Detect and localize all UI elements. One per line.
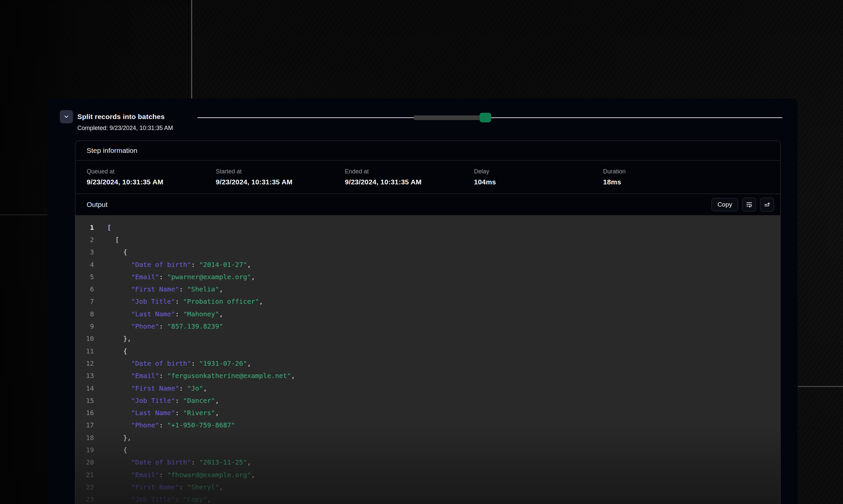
- info-field-value: 104ms: [474, 178, 603, 186]
- step-title: Split records into batches: [77, 113, 165, 121]
- line-number: 5: [75, 273, 94, 281]
- code-line-content: [: [94, 223, 111, 231]
- info-field: Queued at9/23/2024, 10:31:35 AM: [87, 168, 216, 186]
- line-number: 9: [75, 322, 94, 330]
- code-line-content: },: [94, 434, 131, 442]
- code-line-content: "Last Name": "Mahoney",: [94, 310, 223, 318]
- code-line: 3 {: [75, 246, 780, 258]
- code-line: 8 "Last Name": "Mahoney",: [75, 308, 780, 320]
- code-line: 5 "Email": "pwarner@example.org",: [75, 271, 780, 283]
- info-field: Started at9/23/2024, 10:31:35 AM: [216, 168, 345, 186]
- code-line-content: {: [94, 248, 127, 256]
- output-code-viewer[interactable]: 1[2 [3 {4 "Date of birth": "2014-01-27",…: [75, 215, 780, 504]
- line-number: 23: [75, 496, 94, 503]
- step-header: Split records into batches Completed: 9/…: [48, 98, 797, 141]
- step-information-title: Step information: [87, 147, 137, 155]
- line-number: 2: [75, 236, 94, 244]
- line-number: 12: [75, 359, 94, 367]
- code-line: 7 "Job Title": "Probation officer",: [75, 295, 780, 308]
- timeline-slider[interactable]: [197, 111, 782, 124]
- code-line: 4 "Date of birth": "2014-01-27",: [75, 258, 780, 271]
- code-line-content: [: [94, 236, 119, 244]
- step-detail-panel: Split records into batches Completed: 9/…: [48, 98, 797, 504]
- code-line-content: "Email": "pwarner@example.org",: [94, 273, 255, 281]
- code-line-content: "Email": "fergusonkatherine@example.net"…: [94, 372, 295, 380]
- code-line: 9 "Phone": "857.139.8239": [75, 320, 780, 332]
- info-field-label: Ended at: [345, 168, 474, 175]
- info-field-label: Duration: [603, 168, 732, 175]
- code-line-content: "Date of birth": "2013-11-25",: [94, 458, 251, 466]
- code-line: 1[: [75, 221, 780, 233]
- line-number: 11: [75, 347, 94, 355]
- code-line: 12 "Date of birth": "1931-07-26",: [75, 357, 780, 370]
- code-line-content: "Job Title": "Probation officer",: [94, 298, 263, 305]
- collapse-step-button[interactable]: [60, 110, 73, 123]
- code-line-content: "First Name": "Jo",: [94, 384, 207, 392]
- code-line-content: "Phone": "857.139.8239": [94, 322, 223, 330]
- line-number: 4: [75, 260, 94, 269]
- line-number: 22: [75, 483, 94, 491]
- code-line-content: {: [94, 347, 127, 355]
- code-line-content: {: [94, 446, 127, 454]
- code-line: 11 {: [75, 345, 780, 357]
- info-field: Ended at9/23/2024, 10:31:35 AM: [345, 168, 474, 186]
- line-number: 7: [75, 298, 94, 305]
- code-line-content: "Date of birth": "2014-01-27",: [94, 260, 251, 269]
- output-header: Output Copy: [75, 194, 780, 215]
- info-field-value: 9/23/2024, 10:31:35 AM: [216, 178, 345, 186]
- info-field-label: Delay: [474, 168, 603, 175]
- code-line: 2 [: [75, 233, 780, 246]
- line-number: 21: [75, 471, 94, 479]
- code-line-content: "Date of birth": "1931-07-26",: [94, 359, 251, 367]
- line-number: 19: [75, 446, 94, 454]
- line-number: 10: [75, 335, 94, 343]
- copy-button[interactable]: Copy: [711, 198, 738, 211]
- code-lines: 1[2 [3 {4 "Date of birth": "2014-01-27",…: [75, 215, 780, 504]
- canvas-edge-line-left: [0, 215, 48, 215]
- scroll-to-top-button[interactable]: [760, 198, 774, 212]
- code-line: 14 "First Name": "Jo",: [75, 382, 780, 394]
- info-field: Delay104ms: [474, 168, 603, 186]
- canvas-edge-line-right: [798, 386, 843, 387]
- step-information-grid: Queued at9/23/2024, 10:31:35 AMStarted a…: [75, 161, 780, 194]
- line-number: 20: [75, 458, 94, 466]
- code-line-content: "Phone": "+1-950-759-8687": [94, 421, 235, 429]
- line-number: 1: [75, 223, 94, 231]
- info-field-label: Started at: [216, 168, 345, 175]
- code-line-content: "First Name": "Shelia",: [94, 285, 223, 293]
- code-line: 17 "Phone": "+1-950-759-8687": [75, 419, 780, 431]
- line-number: 16: [75, 409, 94, 417]
- line-number: 13: [75, 372, 94, 380]
- code-line: 21 "Email": "fhoward@example.org",: [75, 469, 780, 481]
- code-line: 10 },: [75, 332, 780, 345]
- line-number: 8: [75, 310, 94, 318]
- code-line-content: },: [94, 335, 131, 343]
- code-line-content: "First Name": "Sheryl",: [94, 483, 223, 491]
- code-line: 20 "Date of birth": "2013-11-25",: [75, 456, 780, 469]
- step-information-header: Step information: [75, 141, 780, 161]
- scroll-to-top-icon: [764, 201, 771, 208]
- info-field: Duration18ms: [603, 168, 732, 186]
- code-line-content: "Last Name": "Rivers",: [94, 409, 219, 417]
- timeline-duration-segment: [414, 115, 480, 120]
- code-line-content: "Email": "fhoward@example.org",: [94, 471, 255, 479]
- code-line: 23 "Job Title": "Copy",: [75, 493, 780, 504]
- code-line: 13 "Email": "fergusonkatherine@example.n…: [75, 370, 780, 382]
- code-line-content: "Job Title": "Copy",: [94, 496, 211, 503]
- code-line: 16 "Last Name": "Rivers",: [75, 407, 780, 419]
- output-title: Output: [87, 201, 107, 209]
- line-number: 6: [75, 285, 94, 293]
- chevron-down-icon: [63, 114, 69, 120]
- wrap-text-icon: [746, 201, 753, 208]
- timeline-handle[interactable]: [480, 113, 491, 122]
- info-field-value: 9/23/2024, 10:31:35 AM: [87, 178, 216, 186]
- code-line: 19 {: [75, 444, 780, 456]
- line-number: 3: [75, 248, 94, 256]
- output-actions: Copy: [711, 198, 774, 212]
- info-field-label: Queued at: [87, 168, 216, 175]
- step-information-card: Step information Queued at9/23/2024, 10:…: [75, 141, 780, 504]
- line-number: 17: [75, 421, 94, 429]
- info-field-value: 18ms: [603, 178, 732, 186]
- canvas-edge-line-vertical: [191, 0, 192, 99]
- wrap-text-button[interactable]: [742, 198, 756, 212]
